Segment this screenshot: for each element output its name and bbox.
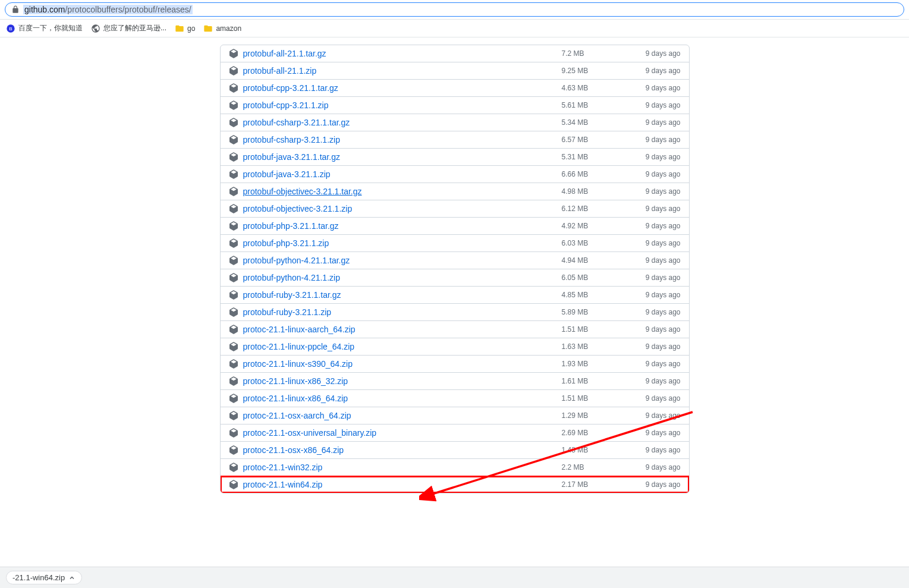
asset-row: protobuf-all-21.1.tar.gz7.2 MB9 days ago bbox=[221, 45, 689, 62]
asset-time: 9 days ago bbox=[627, 101, 681, 109]
asset-row: protobuf-csharp-3.21.1.zip6.57 MB9 days … bbox=[221, 131, 689, 149]
asset-name-col: protobuf-python-4.21.1.zip bbox=[229, 273, 562, 282]
asset-time: 9 days ago bbox=[627, 325, 681, 334]
asset-link[interactable]: protobuf-php-3.21.1.zip bbox=[243, 238, 329, 248]
bookmark-label: 百度一下，你就知道 bbox=[18, 23, 83, 33]
asset-size: 6.03 MB bbox=[562, 239, 627, 247]
asset-size: 1.63 MB bbox=[562, 342, 627, 351]
address-bar-container: github.com/protocolbuffers/protobuf/rele… bbox=[0, 0, 909, 20]
asset-row: protoc-21.1-osx-x86_64.zip1.43 MB9 days … bbox=[221, 442, 689, 459]
site-icon: B bbox=[6, 24, 15, 33]
asset-link[interactable]: protoc-21.1-linux-s390_64.zip bbox=[243, 359, 353, 369]
asset-time: 9 days ago bbox=[627, 136, 681, 144]
asset-size: 4.63 MB bbox=[562, 84, 627, 92]
lock-icon bbox=[11, 5, 20, 14]
asset-size: 5.34 MB bbox=[562, 118, 627, 127]
asset-link[interactable]: protobuf-all-21.1.tar.gz bbox=[243, 49, 326, 58]
bookmark-item[interactable]: 您应了解的亚马逊... bbox=[91, 23, 166, 33]
package-icon bbox=[229, 463, 238, 472]
asset-row: protobuf-ruby-3.21.1.zip5.89 MB9 days ag… bbox=[221, 304, 689, 321]
asset-size: 2.69 MB bbox=[562, 429, 627, 437]
asset-size: 1.61 MB bbox=[562, 377, 627, 385]
asset-link[interactable]: protobuf-cpp-3.21.1.tar.gz bbox=[243, 83, 338, 93]
asset-size: 5.61 MB bbox=[562, 101, 627, 109]
asset-link[interactable]: protoc-21.1-win64.zip bbox=[243, 480, 323, 489]
asset-link[interactable]: protobuf-all-21.1.zip bbox=[243, 66, 317, 76]
bookmark-label: go bbox=[187, 24, 195, 33]
bookmark-item[interactable]: amazon bbox=[203, 24, 241, 33]
package-icon bbox=[229, 118, 238, 127]
bookmarks-bar: B百度一下，你就知道您应了解的亚马逊...goamazon bbox=[0, 20, 909, 37]
url-text: github.com/protocolbuffers/protobuf/rele… bbox=[23, 5, 193, 14]
asset-size: 5.89 MB bbox=[562, 308, 627, 316]
asset-link[interactable]: protobuf-cpp-3.21.1.zip bbox=[243, 100, 329, 110]
asset-name-col: protoc-21.1-win64.zip bbox=[229, 480, 562, 489]
asset-size: 5.31 MB bbox=[562, 153, 627, 161]
asset-row: protoc-21.1-win32.zip2.2 MB9 days ago bbox=[221, 459, 689, 476]
asset-link[interactable]: protoc-21.1-linux-x86_64.zip bbox=[243, 394, 348, 403]
asset-link[interactable]: protobuf-java-3.21.1.tar.gz bbox=[243, 152, 340, 162]
asset-link[interactable]: protobuf-objectivec-3.21.1.tar.gz bbox=[243, 187, 362, 196]
asset-link[interactable]: protobuf-ruby-3.21.1.zip bbox=[243, 307, 332, 317]
package-icon bbox=[229, 83, 238, 93]
asset-size: 2.2 MB bbox=[562, 463, 627, 471]
globe-icon bbox=[91, 24, 100, 33]
asset-time: 9 days ago bbox=[627, 411, 681, 420]
asset-time: 9 days ago bbox=[627, 291, 681, 299]
asset-link[interactable]: protoc-21.1-osx-universal_binary.zip bbox=[243, 428, 377, 438]
asset-row: protoc-21.1-linux-s390_64.zip1.93 MB9 da… bbox=[221, 356, 689, 373]
package-icon bbox=[229, 169, 238, 179]
package-icon bbox=[229, 290, 238, 300]
asset-link[interactable]: protoc-21.1-linux-x86_32.zip bbox=[243, 376, 348, 386]
asset-row: protobuf-java-3.21.1.tar.gz5.31 MB9 days… bbox=[221, 149, 689, 166]
asset-link[interactable]: protobuf-csharp-3.21.1.tar.gz bbox=[243, 118, 350, 127]
asset-name-col: protobuf-all-21.1.zip bbox=[229, 66, 562, 76]
package-icon bbox=[229, 411, 238, 420]
asset-row: protobuf-php-3.21.1.tar.gz4.92 MB9 days … bbox=[221, 218, 689, 235]
asset-link[interactable]: protobuf-csharp-3.21.1.zip bbox=[243, 135, 340, 144]
asset-row: protoc-21.1-osx-aarch_64.zip1.29 MB9 day… bbox=[221, 407, 689, 425]
package-icon bbox=[229, 66, 238, 76]
asset-row: protoc-21.1-osx-universal_binary.zip2.69… bbox=[221, 425, 689, 442]
asset-time: 9 days ago bbox=[627, 239, 681, 247]
asset-link[interactable]: protobuf-python-4.21.1.tar.gz bbox=[243, 256, 350, 265]
package-icon bbox=[229, 445, 238, 455]
asset-row: protobuf-csharp-3.21.1.tar.gz5.34 MB9 da… bbox=[221, 114, 689, 131]
asset-size: 9.25 MB bbox=[562, 67, 627, 75]
page-container: protobuf-all-21.1.tar.gz7.2 MB9 days ago… bbox=[0, 37, 909, 493]
asset-size: 6.12 MB bbox=[562, 205, 627, 213]
asset-name-col: protobuf-ruby-3.21.1.zip bbox=[229, 307, 562, 317]
asset-name-col: protoc-21.1-linux-s390_64.zip bbox=[229, 359, 562, 369]
package-icon bbox=[229, 187, 238, 196]
asset-link[interactable]: protoc-21.1-osx-aarch_64.zip bbox=[243, 411, 351, 420]
asset-link[interactable]: protoc-21.1-linux-aarch_64.zip bbox=[243, 325, 356, 334]
asset-link[interactable]: protoc-21.1-osx-x86_64.zip bbox=[243, 445, 344, 455]
asset-time: 9 days ago bbox=[627, 273, 681, 282]
bookmark-item[interactable]: go bbox=[175, 24, 195, 33]
asset-name-col: protobuf-python-4.21.1.tar.gz bbox=[229, 256, 562, 265]
asset-row: protobuf-all-21.1.zip9.25 MB9 days ago bbox=[221, 62, 689, 80]
asset-link[interactable]: protobuf-ruby-3.21.1.tar.gz bbox=[243, 290, 341, 300]
asset-time: 9 days ago bbox=[627, 84, 681, 92]
asset-size: 1.51 MB bbox=[562, 394, 627, 403]
asset-link[interactable]: protobuf-java-3.21.1.zip bbox=[243, 169, 331, 179]
asset-time: 9 days ago bbox=[627, 67, 681, 75]
asset-link[interactable]: protobuf-objectivec-3.21.1.zip bbox=[243, 204, 353, 213]
asset-time: 9 days ago bbox=[627, 118, 681, 127]
asset-row: protoc-21.1-win64.zip2.17 MB9 days ago bbox=[221, 476, 689, 493]
address-bar[interactable]: github.com/protocolbuffers/protobuf/rele… bbox=[5, 2, 904, 17]
bookmark-label: 您应了解的亚马逊... bbox=[103, 23, 166, 33]
asset-link[interactable]: protobuf-python-4.21.1.zip bbox=[243, 273, 340, 282]
asset-name-col: protobuf-objectivec-3.21.1.zip bbox=[229, 204, 562, 213]
asset-row: protobuf-python-4.21.1.tar.gz4.94 MB9 da… bbox=[221, 252, 689, 269]
folder-icon bbox=[203, 24, 213, 33]
asset-name-col: protoc-21.1-linux-x86_32.zip bbox=[229, 376, 562, 386]
asset-link[interactable]: protoc-21.1-linux-ppcle_64.zip bbox=[243, 342, 355, 351]
asset-time: 9 days ago bbox=[627, 429, 681, 437]
package-icon bbox=[229, 325, 238, 334]
bookmark-item[interactable]: B百度一下，你就知道 bbox=[6, 23, 83, 33]
asset-link[interactable]: protobuf-php-3.21.1.tar.gz bbox=[243, 221, 339, 231]
asset-link[interactable]: protoc-21.1-win32.zip bbox=[243, 463, 323, 472]
package-icon bbox=[229, 238, 238, 248]
asset-name-col: protobuf-php-3.21.1.tar.gz bbox=[229, 221, 562, 231]
